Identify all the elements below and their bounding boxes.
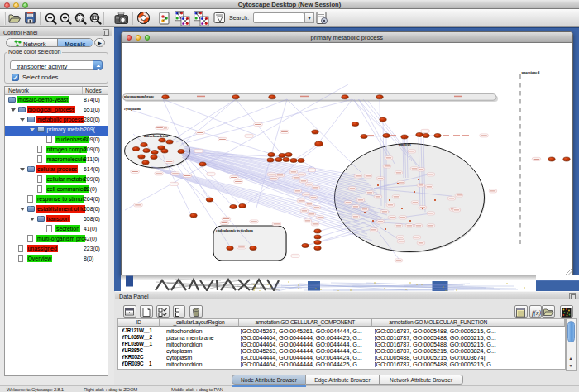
svg-text:unassigned: unassigned xyxy=(521,70,539,74)
svg-text:nucleus: nucleus xyxy=(399,142,411,146)
svg-text:mitochondrion: mitochondrion xyxy=(144,134,169,138)
svg-text:endoplasmic reticulum: endoplasmic reticulum xyxy=(216,228,253,232)
svg-text:f(x): f(x) xyxy=(532,309,541,317)
svg-text:plasma membrane: plasma membrane xyxy=(124,94,154,98)
svg-text:cytoplasm: cytoplasm xyxy=(124,107,141,111)
